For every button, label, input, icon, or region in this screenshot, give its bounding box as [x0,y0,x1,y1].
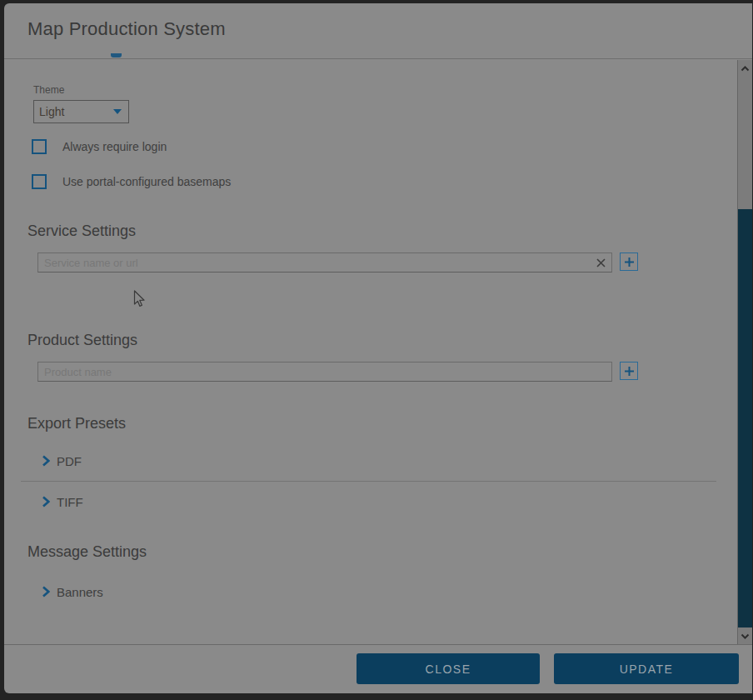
portal-basemaps-checkbox[interactable] [32,174,47,189]
message-settings-heading: Message Settings [27,543,147,561]
close-button[interactable]: CLOSE [357,653,540,684]
theme-select-value: Light [39,105,113,118]
theme-select[interactable]: Light [33,100,129,123]
scroll-up-button[interactable] [738,62,752,75]
add-service-button[interactable] [620,252,638,271]
checkbox-row-portal-basemaps: Use portal-configured basemaps [32,174,231,189]
message-settings-row-banners[interactable]: Banners [42,582,103,601]
always-require-login-checkbox[interactable] [32,139,47,154]
message-settings-label: Banners [57,585,103,599]
checkbox-label: Use portal-configured basemaps [62,175,231,188]
dialog-title: Map Production System [27,18,226,40]
export-preset-label: TIFF [57,495,83,509]
chevron-right-icon [42,496,50,508]
x-clear-icon [596,258,606,268]
chevron-down-icon [741,633,750,639]
checkbox-row-always-require-login: Always require login [32,139,167,154]
settings-dialog: Map Production System Theme Light Always… [4,3,752,693]
vertical-scrollbar[interactable] [737,60,752,644]
scrollbar-thumb[interactable] [738,209,752,628]
dialog-content: Theme Light Always require login Use por… [4,60,737,644]
divider [21,481,716,482]
export-preset-row-tiff[interactable]: TIFF [42,492,83,511]
dialog-header: Map Production System [4,3,752,59]
clipped-scrolled-content-fragment [111,53,122,58]
export-preset-row-pdf[interactable]: PDF [42,452,82,470]
plus-icon [624,257,635,268]
select-caret-down-icon [113,109,122,114]
dialog-footer: CLOSE UPDATE [4,644,752,693]
product-name-input[interactable] [37,362,612,382]
chevron-right-icon [42,586,50,598]
scroll-down-button[interactable] [738,629,752,642]
chevron-right-icon [42,455,50,467]
service-settings-heading: Service Settings [27,222,136,240]
export-preset-label: PDF [57,454,82,468]
plus-icon [624,366,635,377]
add-product-button[interactable] [620,362,638,380]
product-input-wrap [37,362,612,382]
mouse-cursor-icon [133,290,147,308]
export-presets-heading: Export Presets [27,415,126,432]
theme-label: Theme [33,84,64,96]
product-settings-heading: Product Settings [27,332,137,349]
service-name-input[interactable] [37,252,612,272]
chevron-up-icon [741,66,750,72]
checkbox-label: Always require login [62,140,167,153]
service-input-wrap [37,252,612,272]
update-button[interactable]: UPDATE [554,653,739,684]
clear-service-input-button[interactable] [594,256,607,269]
